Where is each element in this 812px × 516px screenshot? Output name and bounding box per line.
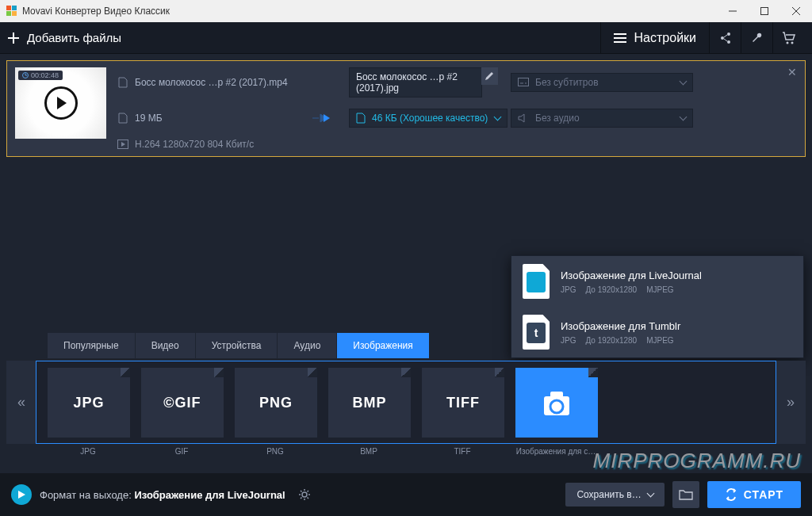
start-label: СТАРТ [744,488,783,501]
pencil-icon [485,71,494,81]
plus-icon [8,32,19,44]
duration-badge: 00:02:48 [18,71,63,80]
livejournal-icon [523,264,550,299]
src-size: 19 МБ [135,113,163,124]
add-files-button[interactable]: Добавить файлы [8,31,121,44]
window-close-button[interactable] [780,0,812,22]
app-logo-icon [6,6,17,17]
svg-point-19 [791,41,793,44]
chevron-down-icon [648,489,653,500]
preset-item-livejournal[interactable]: Изображение для LiveJournal JPGДо 1920x1… [511,256,803,307]
svg-line-17 [724,39,727,41]
quality-select[interactable]: 46 КБ (Хорошее качество) [349,109,508,128]
tab-изображения[interactable]: Изображения [337,333,429,358]
tab-аудио[interactable]: Аудио [278,333,337,358]
video-thumbnail[interactable]: 00:02:48 [15,67,106,139]
svg-rect-23 [519,78,529,86]
chevron-down-icon [680,77,686,88]
carousel-prev-button[interactable]: « [6,361,36,444]
cart-button[interactable] [772,22,804,54]
save-location-label: Сохранить в… [576,489,641,500]
output-format-value: Изображение для LiveJournal [134,489,285,501]
format-label: BMP [327,447,410,456]
edit-filename-button[interactable] [481,67,498,85]
src-filename: Босс молокосос …р #2 (2017).mp4 [135,77,288,88]
play-icon [44,86,78,120]
audio-text: Без аудио [535,113,580,124]
settings-label: Настройки [634,31,696,45]
format-card-png[interactable]: PNG [235,368,317,438]
format-tabs: ПопулярныеВидеоУстройстваАудиоИзображени… [48,333,430,358]
svg-rect-0 [6,6,11,10]
bottom-bar: Формат на выходе: Изображение для LiveJo… [0,473,812,516]
clock-icon [22,72,29,78]
svg-rect-3 [12,11,17,16]
preset-meta: JPGДо 1920x1280MJPEG [561,336,680,345]
audio-select[interactable]: Без аудио [511,109,693,128]
duration-text: 00:02:48 [31,71,59,79]
svg-point-18 [786,41,788,44]
file-item[interactable]: 00:02:48 Босс молокосос …р #2 (2017).mp4… [6,60,806,157]
tab-устройства[interactable]: Устройства [196,333,278,358]
format-card-tiff[interactable]: TIFF [422,368,504,438]
wrench-icon [751,32,764,44]
save-location-button[interactable]: Сохранить в… [565,483,664,506]
format-carousel: JPG©GIFPNGBMPTIFF [36,361,776,444]
arrow-convert-icon [312,113,336,124]
format-label: TIFF [421,447,504,456]
tools-button[interactable] [741,22,772,54]
open-folder-button[interactable] [672,481,699,508]
format-card-gif[interactable]: ©GIF [141,368,224,438]
tab-видео[interactable]: Видео [136,333,196,358]
tab-популярные[interactable]: Популярные [48,333,136,358]
format-card-jpg[interactable]: JPG [48,368,130,438]
file-icon [356,113,366,124]
file-icon [117,77,128,88]
svg-rect-1 [12,6,17,10]
format-label: JPG [47,447,129,456]
target-filename-input[interactable]: Босс молокосос …р #2 (2017).jpg [349,67,482,97]
output-format-label: Формат на выходе: Изображение для LiveJo… [40,489,285,501]
svg-point-13 [727,32,730,36]
format-card--[interactable] [515,368,598,438]
svg-rect-2 [6,11,11,16]
subtitles-text: Без субтитров [535,77,599,88]
svg-rect-5 [761,8,768,15]
format-card-bmp[interactable]: BMP [328,368,411,438]
cart-icon [782,32,796,44]
start-button[interactable]: СТАРТ [707,481,801,508]
chevron-down-icon [680,113,686,124]
subtitles-icon [518,78,529,87]
target-filename-text: Босс молокосос …р #2 (2017).jpg [356,71,475,94]
subtitles-select[interactable]: Без субтитров [511,73,693,92]
preset-title: Изображение для LiveJournal [561,269,702,281]
share-button[interactable] [709,22,741,54]
codec-icon [117,140,128,149]
main-toolbar: Добавить файлы Настройки [0,22,812,54]
svg-marker-27 [121,142,125,147]
svg-point-14 [721,36,724,40]
window-titlebar: Movavi Конвертер Видео Классик [0,0,812,22]
svg-rect-29 [550,392,563,398]
speaker-icon [518,113,529,123]
window-minimize-button[interactable] [717,0,749,22]
window-maximize-button[interactable] [749,0,780,22]
gear-icon [298,488,311,501]
window-title: Movavi Конвертер Видео Классик [22,6,170,17]
settings-button[interactable]: Настройки [600,22,709,54]
folder-icon [679,489,693,500]
preset-popup: Изображение для LiveJournal JPGДо 1920x1… [511,255,804,358]
remove-file-button[interactable]: ✕ [787,66,797,78]
convert-icon [725,488,737,501]
src-spec: H.264 1280x720 804 Кбит/с [135,139,254,150]
preset-item-tumblr[interactable]: t Изображение для Tumblr JPGДо 1920x1280… [511,307,803,357]
svg-marker-31 [18,491,25,499]
output-settings-button[interactable] [293,479,316,510]
svg-point-32 [302,492,307,497]
movavi-logo-icon [11,484,32,505]
quality-text: 46 КБ (Хорошее качество) [372,113,488,124]
add-files-label: Добавить файлы [27,31,121,44]
carousel-next-button[interactable]: » [776,361,806,444]
file-icon [117,113,128,124]
format-label: PNG [234,447,316,456]
